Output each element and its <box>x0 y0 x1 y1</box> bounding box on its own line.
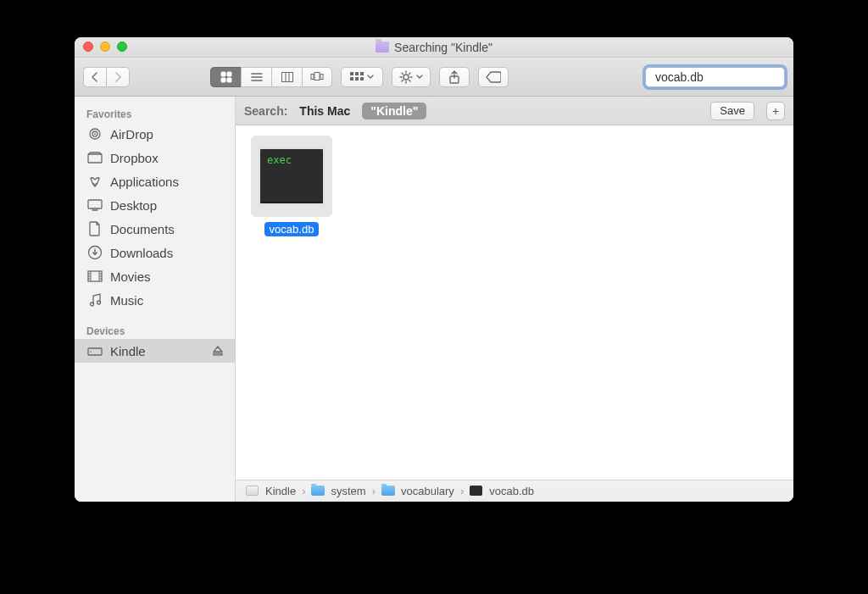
eject-button[interactable] <box>213 344 223 358</box>
close-window-button[interactable] <box>83 42 93 52</box>
sidebar-item-label: Kindle <box>110 344 146 358</box>
sidebar-item-kindle[interactable]: Kindle <box>75 339 235 363</box>
svg-rect-8 <box>350 72 353 75</box>
chevron-right-icon: › <box>460 485 464 497</box>
search-field[interactable] <box>645 67 785 87</box>
forward-button[interactable] <box>106 67 130 87</box>
chevron-down-icon <box>416 75 423 80</box>
minimize-window-button[interactable] <box>100 42 110 52</box>
downloads-icon <box>86 245 103 260</box>
sidebar-item-label: Downloads <box>110 246 173 260</box>
list-view-button[interactable] <box>241 67 271 87</box>
search-scope-kindle[interactable]: "Kindle" <box>362 103 426 119</box>
sidebar-item-label: Applications <box>110 175 179 189</box>
svg-rect-4 <box>281 72 292 81</box>
file-item[interactable]: exec vocab.db <box>249 136 334 236</box>
sidebar-item-label: Music <box>110 293 143 308</box>
search-scope-this-mac[interactable]: This Mac <box>299 104 350 118</box>
sidebar-item-desktop[interactable]: Desktop <box>75 193 235 217</box>
sidebar-section-devices: Devices <box>75 320 235 339</box>
folder-icon <box>311 486 325 497</box>
window-title: Searching "Kindle" <box>394 41 492 54</box>
main-pane: Search: This Mac "Kindle" Save + exec vo… <box>236 97 793 502</box>
drive-icon <box>86 345 103 357</box>
toolbar <box>75 58 793 97</box>
svg-point-19 <box>94 133 96 135</box>
svg-rect-0 <box>221 72 225 76</box>
sidebar-item-label: Dropbox <box>110 151 159 165</box>
drive-icon <box>246 486 259 497</box>
file-thumbnail: exec <box>251 136 332 217</box>
share-icon <box>448 70 460 84</box>
zoom-window-button[interactable] <box>117 42 127 52</box>
svg-rect-10 <box>360 72 364 75</box>
group-by-button[interactable] <box>341 67 383 87</box>
movies-icon <box>86 270 103 282</box>
nav-buttons <box>83 67 130 87</box>
share-button[interactable] <box>439 67 470 87</box>
airdrop-icon <box>86 126 103 142</box>
exec-icon <box>470 486 483 497</box>
back-button[interactable] <box>83 67 106 87</box>
sidebar: Favorites AirDrop Dropbox Applications <box>75 97 236 502</box>
svg-point-14 <box>403 75 409 80</box>
finder-window: Searching "Kindle" <box>75 37 793 502</box>
sidebar-item-dropbox[interactable]: Dropbox <box>75 146 235 169</box>
sidebar-item-movies[interactable]: Movies <box>75 264 235 288</box>
file-name-label[interactable]: vocab.db <box>264 222 320 236</box>
sidebar-item-airdrop[interactable]: AirDrop <box>75 122 235 146</box>
icon-view-button[interactable] <box>210 67 241 87</box>
tag-icon <box>486 71 501 83</box>
sidebar-item-applications[interactable]: Applications <box>75 169 235 193</box>
search-scope-bar: Search: This Mac "Kindle" Save + <box>236 97 793 125</box>
exec-icon: exec <box>259 147 325 205</box>
chevron-down-icon <box>367 75 374 80</box>
svg-rect-1 <box>227 72 231 76</box>
gallery-view-button[interactable] <box>302 67 332 87</box>
column-view-button[interactable] <box>271 67 302 87</box>
gear-icon <box>399 70 413 84</box>
svg-rect-20 <box>88 154 102 163</box>
sidebar-item-label: AirDrop <box>110 127 153 142</box>
action-menu-button[interactable] <box>392 67 431 87</box>
path-segment[interactable]: vocab.db <box>489 485 534 497</box>
svg-rect-2 <box>221 78 225 82</box>
svg-rect-21 <box>88 200 102 208</box>
sidebar-item-music[interactable]: Music <box>75 288 235 312</box>
svg-rect-12 <box>355 77 359 80</box>
applications-icon <box>86 175 103 188</box>
path-segment[interactable]: system <box>331 485 365 497</box>
smart-folder-icon <box>376 42 389 53</box>
svg-rect-3 <box>227 78 231 82</box>
path-segment[interactable]: vocabulary <box>401 485 454 497</box>
documents-icon <box>86 221 103 236</box>
svg-rect-11 <box>350 77 353 80</box>
sidebar-item-label: Documents <box>110 222 175 236</box>
tags-button[interactable] <box>478 67 509 87</box>
save-search-button[interactable]: Save <box>710 102 754 120</box>
add-criteria-button[interactable]: + <box>766 102 785 120</box>
view-mode-buttons <box>210 67 332 87</box>
svg-point-24 <box>91 303 94 306</box>
sidebar-item-downloads[interactable]: Downloads <box>75 241 235 264</box>
desktop-icon <box>86 199 103 211</box>
files-area[interactable]: exec vocab.db <box>236 125 793 480</box>
svg-rect-13 <box>360 77 364 80</box>
svg-rect-5 <box>314 72 320 80</box>
path-segment[interactable]: Kindle <box>265 485 296 497</box>
svg-point-25 <box>97 301 101 304</box>
chevron-right-icon: › <box>372 485 376 497</box>
folder-icon <box>381 486 395 497</box>
search-input[interactable] <box>655 70 793 84</box>
sidebar-item-label: Desktop <box>110 198 157 213</box>
svg-rect-7 <box>320 74 323 79</box>
sidebar-item-label: Movies <box>110 269 151 284</box>
svg-rect-6 <box>311 74 314 79</box>
search-label: Search: <box>244 104 287 118</box>
chevron-right-icon: › <box>302 485 305 497</box>
window-body: Favorites AirDrop Dropbox Applications <box>75 97 793 502</box>
traffic-lights <box>83 42 127 52</box>
svg-rect-28 <box>214 353 222 355</box>
sidebar-item-documents[interactable]: Documents <box>75 217 235 241</box>
svg-rect-9 <box>355 72 359 75</box>
